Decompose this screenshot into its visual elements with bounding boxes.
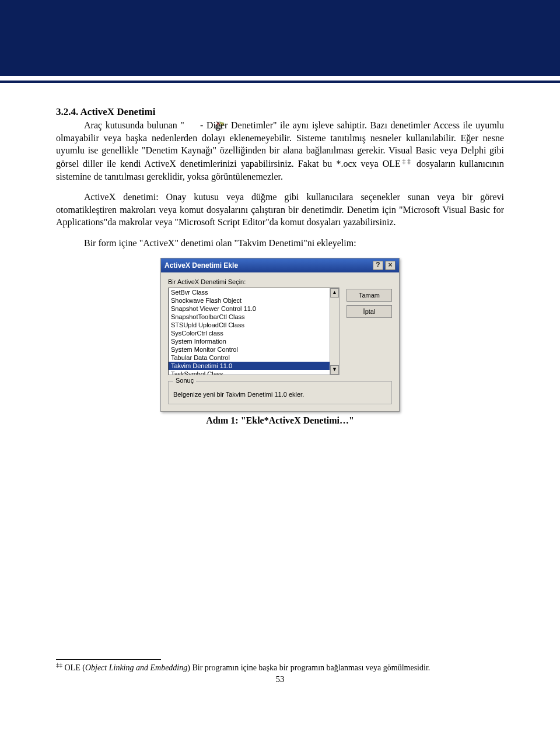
list-item[interactable]: Shockwave Flash Object <box>169 296 330 305</box>
paragraph-3: Bir form içine "ActiveX" denetimi olan "… <box>56 237 504 250</box>
list-item[interactable]: Tabular Data Control <box>169 354 330 362</box>
result-group-title: Sonuç <box>173 377 196 384</box>
footnote-italic: Object Linking and Embedding <box>85 663 187 671</box>
footnote-rule <box>56 659 161 660</box>
ok-button[interactable]: Tamam <box>346 289 392 302</box>
list-item[interactable]: SysColorCtrl class <box>169 329 330 337</box>
spacer <box>56 426 504 613</box>
list-item[interactable]: System Information <box>169 337 330 345</box>
section-heading: 3.2.4. ActiveX Denetimi <box>56 106 504 118</box>
footnote-acronym: OLE ( <box>62 663 85 671</box>
list-item[interactable]: TaskSymbol Class <box>169 370 330 375</box>
header-band <box>0 0 560 76</box>
cancel-button[interactable]: İptal <box>346 305 392 318</box>
select-label: Bir ActiveX Denetimi Seçin: <box>168 278 340 285</box>
footnote-rest: ) Bir programın içine başka bir programı… <box>187 663 430 671</box>
list-item[interactable]: Takvim Denetimi 11.0 <box>169 362 330 370</box>
dialog-title: ActiveX Denetimi Ekle <box>164 261 238 270</box>
scrollbar[interactable]: ▲ ▼ <box>330 288 339 375</box>
footnote: ‡‡ OLE (Object Linking and Embedding) Bi… <box>56 661 504 673</box>
scroll-down-icon[interactable]: ▼ <box>330 365 339 375</box>
dialog-titlebar: ActiveX Denetimi Ekle ? × <box>161 258 399 272</box>
result-text: Belgenize yeni bir Takvim Denetimi 11.0 … <box>173 391 387 398</box>
more-controls-icon <box>187 120 197 128</box>
list-item[interactable]: Snapshot Viewer Control 11.0 <box>169 305 330 313</box>
list-item[interactable]: STSUpld UploadCtl Class <box>169 321 330 329</box>
footnote-ref: ‡‡ <box>401 158 412 165</box>
page-number: 53 <box>56 674 504 684</box>
list-item[interactable]: System Monitor Control <box>169 345 330 354</box>
list-item[interactable]: SetBvr Class <box>169 288 330 296</box>
close-icon[interactable]: × <box>385 261 396 270</box>
help-icon[interactable]: ? <box>373 261 383 270</box>
activex-add-dialog: ActiveX Denetimi Ekle ? × Bir ActiveX De… <box>160 258 400 412</box>
list-item[interactable]: SnapshotToolbarCtl Class <box>169 313 330 321</box>
scroll-up-icon[interactable]: ▲ <box>330 288 339 298</box>
dialog-figure: ActiveX Denetimi Ekle ? × Bir ActiveX De… <box>56 258 504 412</box>
figure-caption: Adım 1: "Ekle*ActiveX Denetimi…" <box>56 415 504 426</box>
paragraph-2: ActiveX denetimi: Onay kutusu veya düğme… <box>56 191 504 229</box>
result-group: Sonuç Belgenize yeni bir Takvim Denetimi… <box>168 381 392 404</box>
paragraph-1: Araç kutusunda bulunan " - Diğer Denetim… <box>56 119 504 183</box>
page-body: 3.2.4. ActiveX Denetimi Araç kutusunda b… <box>0 83 560 696</box>
para1-text-a: Araç kutusunda bulunan " <box>84 120 184 130</box>
activex-listbox[interactable]: SetBvr ClassShockwave Flash ObjectSnapsh… <box>168 288 340 375</box>
footnote-marker: ‡‡ <box>56 661 62 668</box>
